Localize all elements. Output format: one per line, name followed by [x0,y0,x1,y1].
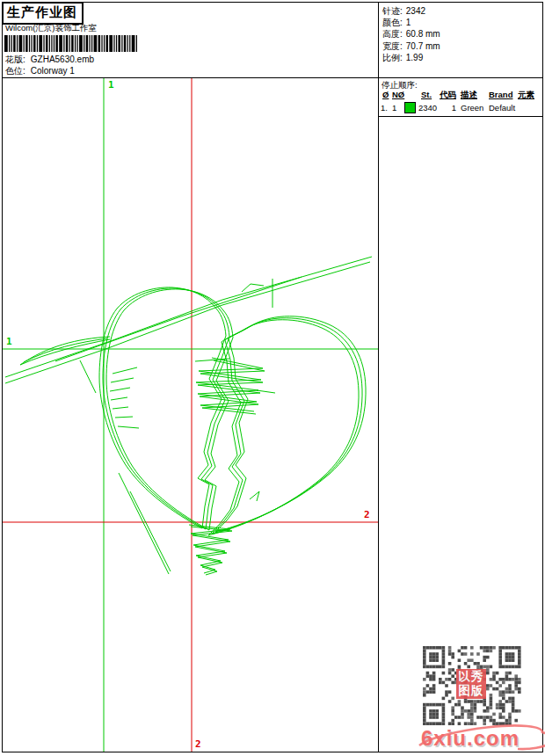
right-panel: 停止顺序: Ø NØ St. 代码 描述 Brand 元素 1. 1 2340 … [378,78,542,752]
scale-value: 1.99 [406,53,423,62]
colorway-value: Colorway 1 [31,66,75,76]
pattern-value: GZHA5630.emb [31,55,94,64]
row-stitches: 2340 [418,103,437,113]
scale-label: 比例: [382,53,403,62]
stop-sequence-table: 停止顺序: Ø NØ St. 代码 描述 Brand 元素 1. 1 2340 … [379,78,542,117]
colors-row: 颜色:1 [379,17,542,28]
height-value: 60.8 mm [406,29,440,39]
col-header-elements: 元素 [518,90,534,101]
pattern-label: 花版: [5,55,25,64]
col-header-needle: NØ [392,90,404,99]
header-left: 生产作业图 Wilcom(汇京)装饰工作室 花版:GZHA5630.emb 色位… [3,3,378,77]
stitches-value: 2342 [406,6,425,16]
travel-run [119,473,169,574]
col-header-code: 代码 [440,90,456,101]
height-label: 高度: [382,29,403,39]
col-header-desc: 描述 [461,90,477,101]
heart-design [5,257,372,575]
stitches-label: 针迹: [382,6,403,16]
colorway-label: 色位: [5,66,25,76]
width-value: 70.7 mm [406,41,440,51]
row-code: 1 [442,103,456,113]
row-brand: Default [489,103,515,113]
leaf [20,337,110,365]
thread-color-swatch [404,102,416,113]
design-canvas: 1 1 2 2 [3,78,378,752]
body-area: 1 1 2 2 [3,78,542,752]
col-header-stitches: St. [421,90,432,99]
right-lobe-notch [250,491,259,501]
colorway-line: 色位:Colorway 1 [5,65,75,77]
leaf-tail [80,360,96,393]
col-header-brand: Brand [489,90,512,99]
header: 生产作业图 Wilcom(汇京)装饰工作室 花版:GZHA5630.emb 色位… [3,3,542,78]
page-title: 生产作业图 [2,2,84,25]
left-hatch-marks [110,367,139,428]
scale-row: 比例:1.99 [379,52,542,63]
qr-seal: 以秀图版 [456,669,486,699]
qr-code: 以秀图版 [423,646,522,725]
marker-needle2-right: 2 [364,509,370,520]
row-index: 1. [381,103,388,113]
colors-label: 颜色: [382,18,403,27]
design-info-panel: 针迹:2342 颜色:1 高度:60.8 mm 宽度:70.7 mm 比例:1.… [378,3,542,77]
height-row: 高度:60.8 mm [379,28,542,40]
barcode [4,35,142,52]
colors-value: 1 [406,18,411,27]
stitches-row: 针迹:2342 [379,3,542,17]
site-watermark: 6xiu.com [416,723,545,752]
col-header-number: Ø [382,90,389,99]
marker-needle2-bottom: 2 [195,738,201,750]
worksheet-page: 生产作业图 Wilcom(汇京)装饰工作室 花版:GZHA5630.emb 色位… [2,2,543,752]
watermark-swoosh [416,723,545,752]
stem-line [5,257,372,377]
width-label: 宽度: [382,41,403,51]
marker-needle1-top: 1 [108,79,114,91]
marker-needle1-left: 1 [6,336,12,347]
studio-name: Wilcom(汇京)装饰工作室 [5,23,97,34]
width-row: 宽度:70.7 mm [379,40,542,52]
row-needle: 1 [392,103,396,113]
pattern-line: 花版:GZHA5630.emb [5,54,94,66]
row-description: Green [461,103,483,113]
